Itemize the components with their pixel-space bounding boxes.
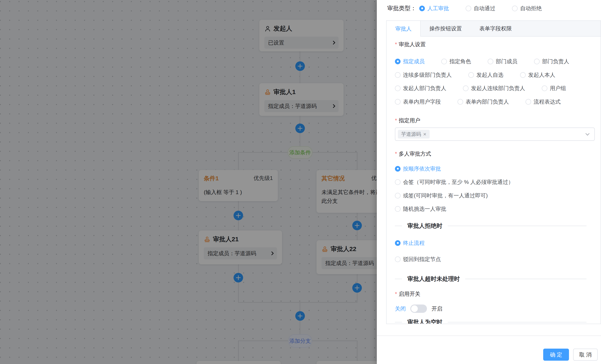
radio-dept-member[interactable]: 部门成员 bbox=[488, 58, 517, 65]
assign-user-select[interactable]: 芋道源码 × bbox=[395, 128, 595, 141]
radio-sequential[interactable]: 按顺序依次审批 bbox=[395, 165, 441, 172]
approver-tab-panel[interactable]: 审批人设置 指定成员 指定角色 部门成员 部门负责人 连续多级部门负责人 发起人… bbox=[386, 37, 601, 324]
approver-setting-row2: 连续多级部门负责人 发起人自选 发起人本人 bbox=[395, 71, 555, 78]
radio-unchecked-icon bbox=[395, 256, 401, 262]
tab-form-field-permissions[interactable]: 表单字段权限 bbox=[471, 21, 521, 36]
radio-user-group[interactable]: 用户组 bbox=[542, 85, 566, 92]
radio-unchecked-icon bbox=[534, 59, 540, 64]
radio-unchecked-icon bbox=[526, 99, 531, 105]
chevron-down-icon bbox=[585, 131, 590, 136]
radio-unchecked-icon bbox=[466, 6, 471, 11]
modal-dim-overlay[interactable] bbox=[0, 0, 377, 364]
approver-setting-row1: 指定成员 指定角色 部门成员 部门负责人 bbox=[395, 58, 569, 65]
tab-button-settings[interactable]: 操作按钮设置 bbox=[421, 21, 471, 36]
radio-process-expression[interactable]: 流程表达式 bbox=[526, 98, 561, 105]
radio-unchecked-icon bbox=[395, 99, 401, 105]
radio-unchecked-icon bbox=[488, 59, 493, 64]
radio-multi-level-dept-leader[interactable]: 连续多级部门负责人 bbox=[395, 71, 452, 79]
approver-setting-row3: 发起人部门负责人 发起人连续部门负责人 用户组 bbox=[395, 85, 566, 92]
radio-unchecked-icon bbox=[395, 206, 401, 212]
cancel-button[interactable]: 取 消 bbox=[573, 349, 598, 361]
radio-form-user-field[interactable]: 表单内用户字段 bbox=[395, 98, 441, 105]
radio-unchecked-icon bbox=[520, 72, 526, 78]
radio-starter-self[interactable]: 发起人本人 bbox=[520, 71, 555, 79]
radio-unchecked-icon bbox=[395, 193, 401, 198]
multi-mode-label: 多人审批方式 bbox=[395, 150, 431, 157]
radio-unchecked-icon bbox=[395, 72, 401, 78]
divider-line bbox=[448, 322, 586, 322]
radio-unchecked-icon bbox=[458, 99, 463, 105]
radio-manual-approval[interactable]: 人工审批 bbox=[419, 5, 449, 12]
radio-starter-multi-dept-leader[interactable]: 发起人连续部门负责人 bbox=[463, 85, 525, 92]
approver-config-drawer: 审批类型： 人工审批 自动通过 自动拒绝 审批人 操作按钮设置 表单字段权限 审… bbox=[377, 0, 601, 364]
radio-starter-select[interactable]: 发起人自选 bbox=[468, 71, 503, 79]
approver-setting-label: 审批人设置 bbox=[395, 41, 426, 48]
radio-assign-member[interactable]: 指定成员 bbox=[395, 58, 425, 65]
radio-unchecked-icon bbox=[395, 179, 401, 185]
timeout-switch-row: 关闭 开启 bbox=[395, 304, 442, 313]
radio-unchecked-icon bbox=[512, 6, 518, 11]
radio-unchecked-icon bbox=[463, 85, 469, 91]
radio-starter-dept-leader[interactable]: 发起人部门负责人 bbox=[395, 85, 446, 92]
radio-terminate-process[interactable]: 终止流程 bbox=[395, 239, 425, 246]
selected-user-name: 芋道源码 bbox=[401, 131, 421, 138]
approval-type-label: 审批类型： bbox=[387, 4, 416, 12]
assign-user-label: 指定用户 bbox=[395, 117, 420, 124]
tag-close-icon[interactable]: × bbox=[423, 131, 426, 137]
radio-unchecked-icon bbox=[395, 85, 401, 91]
enable-toggle[interactable] bbox=[410, 304, 427, 313]
radio-return-to-node[interactable]: 驳回到指定节点 bbox=[395, 256, 441, 263]
empty-section-title: 审批人为空时 bbox=[407, 318, 442, 324]
radio-assign-role[interactable]: 指定角色 bbox=[441, 58, 471, 65]
switch-off-label: 关闭 bbox=[395, 305, 406, 313]
divider-line bbox=[448, 226, 586, 226]
divider-line bbox=[395, 226, 402, 226]
divider-line bbox=[395, 322, 402, 322]
radio-form-dept-leader[interactable]: 表单内部门负责人 bbox=[458, 98, 509, 105]
radio-unchecked-icon bbox=[441, 59, 447, 64]
radio-unchecked-icon bbox=[542, 85, 547, 91]
radio-auto-pass[interactable]: 自动通过 bbox=[466, 5, 495, 12]
confirm-button[interactable]: 确 定 bbox=[543, 349, 569, 361]
reject-section-divider: 审批人拒绝时 bbox=[395, 222, 586, 229]
radio-checked-icon bbox=[419, 6, 425, 11]
divider-line bbox=[395, 279, 402, 279]
radio-auto-reject[interactable]: 自动拒绝 bbox=[512, 5, 542, 12]
empty-section-divider: 审批人为空时 bbox=[395, 319, 586, 324]
radio-dept-leader[interactable]: 部门负责人 bbox=[534, 58, 569, 65]
approval-type-row: 审批类型： 人工审批 自动通过 自动拒绝 bbox=[387, 4, 542, 13]
enable-switch-label: 启用开关 bbox=[395, 290, 420, 298]
tab-approver[interactable]: 审批人 bbox=[387, 20, 421, 37]
footer-divider bbox=[377, 335, 601, 336]
radio-checked-icon bbox=[395, 59, 401, 64]
radio-checked-icon bbox=[395, 166, 401, 172]
radio-unchecked-icon bbox=[468, 72, 474, 78]
radio-orsign[interactable]: 或签(可同时审批，有一人通过即可) bbox=[395, 192, 488, 199]
timeout-section-title: 审批人超时未处理时 bbox=[407, 275, 460, 283]
timeout-section-divider: 审批人超时未处理时 bbox=[395, 275, 586, 283]
config-tabs: 审批人 操作按钮设置 表单字段权限 bbox=[386, 20, 601, 37]
selected-user-tag: 芋道源码 × bbox=[398, 130, 430, 139]
approver-setting-row4: 表单内用户字段 表单内部门负责人 流程表达式 bbox=[395, 98, 561, 105]
radio-random-one[interactable]: 随机挑选一人审批 bbox=[395, 205, 446, 212]
reject-section-title: 审批人拒绝时 bbox=[407, 222, 442, 230]
divider-line bbox=[465, 279, 586, 279]
radio-checked-icon bbox=[395, 240, 401, 246]
switch-on-label: 开启 bbox=[431, 305, 442, 313]
radio-countersign[interactable]: 会签（可同时审批，至少 % 人必须审批通过） bbox=[395, 179, 514, 185]
